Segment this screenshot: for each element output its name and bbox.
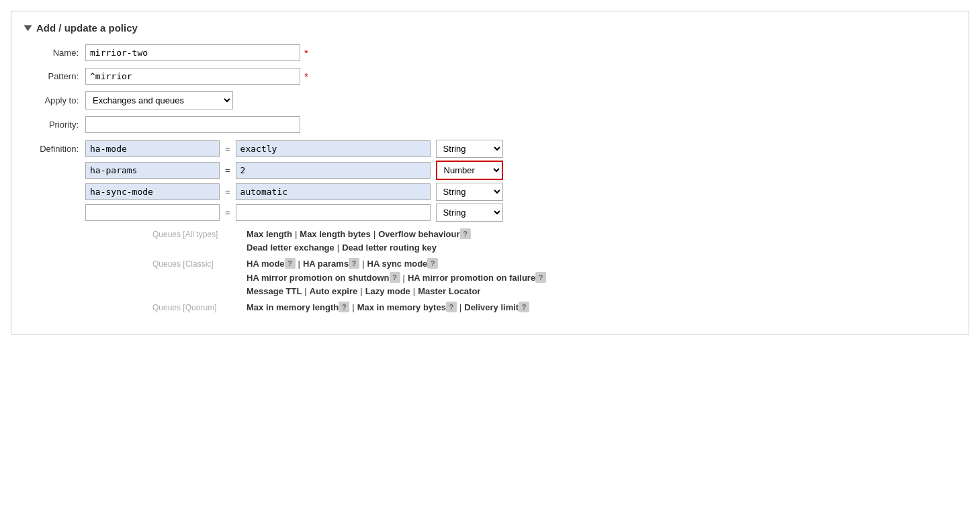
hint-all-types-row2: Dead letter exchange | Dead letter routi… [247,242,471,253]
name-row: Name: * [25,44,955,61]
hint-ha-sync-mode[interactable]: HA sync mode [367,259,428,269]
hint-dead-letter-routing-key[interactable]: Dead letter routing key [342,242,437,253]
ha-mirror-shutdown-help[interactable]: ? [390,272,400,283]
def-val-3[interactable] [236,204,431,221]
delivery-limit-help[interactable]: ? [519,302,529,312]
definition-rows: = String Number List = String Number Lis… [85,140,955,318]
def-val-2[interactable] [236,183,431,200]
hint-ha-mode[interactable]: HA mode [247,259,285,269]
def-key-1[interactable] [85,162,220,179]
hint-auto-expire[interactable]: Auto expire [310,286,358,296]
def-eq-1: = [225,165,230,175]
ha-sync-mode-help[interactable]: ? [427,258,438,269]
def-row-3: = String Number List [85,204,955,222]
hint-all-types-row1: Max length | Max length bytes | Overflow… [247,228,471,239]
max-in-memory-bytes-help[interactable]: ? [446,302,457,312]
priority-label: Priority: [25,120,85,130]
def-key-3[interactable] [85,204,220,221]
def-row-0: = String Number List [85,140,955,158]
hint-max-in-memory-bytes[interactable]: Max in memory bytes [357,302,446,312]
section-title-text: Add / update a policy [36,22,138,34]
hint-delivery-limit[interactable]: Delivery limit [464,302,519,312]
def-key-2[interactable] [85,183,220,200]
definition-label: Definition: [25,140,85,154]
hint-quorum-row1: Max in memory length ? | Max in memory b… [247,302,529,312]
def-eq-3: = [225,208,230,218]
name-input[interactable] [85,44,300,61]
hint-lazy-mode[interactable]: Lazy mode [365,286,410,296]
pattern-input[interactable] [85,68,300,85]
hint-dead-letter-exchange[interactable]: Dead letter exchange [247,242,335,253]
hint-ha-params[interactable]: HA params [303,259,349,269]
policy-form-container: Add / update a policy Name: * Pattern: *… [11,11,969,335]
hint-group-classic: Queues [Classic] HA mode ? | HA params ?… [152,258,955,298]
def-eq-2: = [225,187,230,197]
ha-params-help[interactable]: ? [349,258,359,269]
hint-max-length-bytes[interactable]: Max length bytes [300,229,370,239]
hint-classic-row2: HA mirror promotion on shutdown ? | HA m… [247,272,546,283]
priority-input[interactable] [85,116,300,133]
apply-to-row: Apply to: Exchanges and queues Exchanges… [25,91,955,109]
hint-classic-label: Queues [Classic] [152,258,247,269]
hint-overflow-behaviour[interactable]: Overflow behaviour [378,229,459,239]
def-type-select-0[interactable]: String Number List [436,140,503,158]
def-row-2: = String Number List [85,183,955,201]
hint-message-ttl[interactable]: Message TTL [247,286,302,296]
hint-quorum-label: Queues [Quorum] [152,302,247,312]
ha-mode-help[interactable]: ? [285,258,296,269]
pattern-required: * [304,71,308,82]
hints-section: Queues [All types] Max length | Max leng… [152,228,955,314]
hint-max-in-memory-length[interactable]: Max in memory length [247,302,339,312]
hint-ha-mirror-shutdown[interactable]: HA mirror promotion on shutdown [247,273,390,283]
overflow-behaviour-help[interactable]: ? [460,228,471,239]
collapse-icon[interactable] [24,25,32,31]
def-row-1: = String Number List [85,161,955,180]
priority-row: Priority: [25,116,955,133]
pattern-label: Pattern: [25,71,85,81]
section-title: Add / update a policy [25,22,955,34]
hint-group-all-types: Queues [All types] Max length | Max leng… [152,228,955,254]
def-val-1[interactable] [236,162,431,179]
hint-ha-mirror-failure[interactable]: HA mirror promotion on failure [408,273,535,283]
definition-section: Definition: = String Number List = Stri [25,140,955,318]
def-type-select-3[interactable]: String Number List [436,204,503,222]
def-type-select-2[interactable]: String Number List [436,183,503,201]
max-in-memory-length-help[interactable]: ? [339,302,349,312]
pattern-row: Pattern: * [25,68,955,85]
def-key-0[interactable] [85,140,220,157]
name-label: Name: [25,48,85,58]
hint-classic-row1: HA mode ? | HA params ? | HA sync mode ? [247,258,546,269]
def-type-select-1[interactable]: String Number List [436,161,503,180]
hint-master-locator[interactable]: Master Locator [418,286,480,296]
hint-all-types-label: Queues [All types] [152,228,247,239]
ha-mirror-failure-help[interactable]: ? [535,272,546,283]
hint-group-quorum: Queues [Quorum] Max in memory length ? |… [152,302,955,314]
name-required: * [304,47,308,58]
hint-max-length[interactable]: Max length [247,229,292,239]
apply-to-select[interactable]: Exchanges and queues Exchanges Queues [85,91,233,109]
hint-classic-row3: Message TTL | Auto expire | Lazy mode | … [247,286,546,296]
def-val-0[interactable] [236,140,431,157]
def-eq-0: = [225,144,230,154]
apply-to-label: Apply to: [25,95,85,105]
